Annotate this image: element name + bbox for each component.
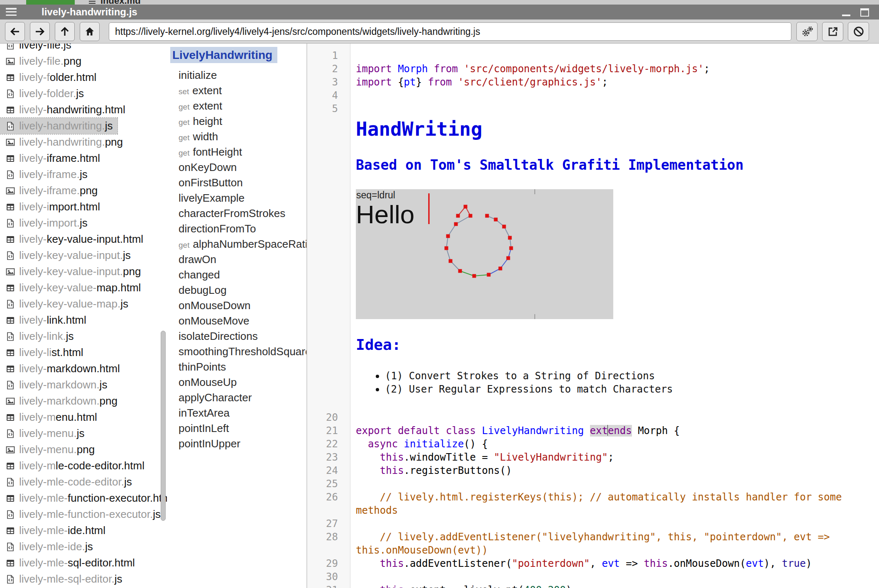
file-row[interactable]: lively-mle-code-editor.html (0, 458, 167, 474)
file-row[interactable]: lively-list.html (0, 344, 167, 361)
file-row[interactable]: lively-mle-code-editor.js (0, 474, 167, 490)
outline-item[interactable]: getalphaNumberSpaceRatio (167, 237, 306, 252)
outline-item[interactable]: onMouseMove (167, 313, 306, 329)
code-line[interactable]: 25 (307, 477, 879, 490)
url-input[interactable] (109, 22, 791, 41)
outline-item[interactable]: getextent (167, 98, 306, 114)
code-line[interactable]: 3import {pt} from 'src/client/graphics.j… (307, 76, 879, 89)
outline-item[interactable]: drawOn (167, 252, 306, 267)
markdown-h3: Idea: (356, 336, 401, 354)
code-line[interactable]: 28 // lively.addEventListener("livelyhan… (307, 530, 879, 557)
file-row[interactable]: lively-menu.html (0, 409, 167, 425)
code-line[interactable]: 27 (307, 517, 879, 530)
file-row[interactable]: lively-menu.png (0, 442, 167, 458)
file-row[interactable]: lively-markdown.png (0, 393, 167, 409)
file-row[interactable]: lively-key-value-map.html (0, 280, 167, 296)
accessor-prefix: get (179, 102, 189, 111)
file-row[interactable]: lively-mle-ide.html (0, 522, 167, 539)
markdown-widget-row[interactable]: HandWriting Based on Tom's Smalltalk Gra… (307, 115, 879, 411)
code-line[interactable]: 23 this.windowTitle = "LivelyHandwriting… (307, 451, 879, 464)
outline-class-header[interactable]: LivelyHandwriting (170, 49, 306, 66)
file-row[interactable]: lively-key-value-input.png (0, 264, 167, 280)
code-line[interactable]: 22 async initialize() { (307, 437, 879, 451)
outline-item[interactable]: directionFromTo (167, 221, 306, 237)
forward-button[interactable] (30, 22, 50, 41)
open-external-button[interactable] (822, 22, 843, 41)
maximize-icon[interactable] (860, 8, 869, 17)
file-row[interactable]: lively-import.html (0, 199, 167, 215)
file-row[interactable]: lively-import.js (0, 215, 167, 231)
stop-button[interactable] (848, 22, 869, 41)
outline-item[interactable]: getheight (167, 114, 306, 129)
file-name: lively-iframe.html (19, 152, 100, 165)
outline-item[interactable]: changed (167, 267, 306, 283)
settings-button[interactable] (796, 22, 818, 41)
outline-item[interactable]: livelyExample (167, 190, 306, 206)
outline-item[interactable]: onFirstButton (167, 175, 306, 190)
outline-item[interactable]: onKeyDown (167, 160, 306, 175)
code-line[interactable]: 24 this.registerButtons() (307, 464, 879, 477)
code-line[interactable]: 20 (307, 411, 879, 424)
method-name: extent (193, 100, 222, 112)
outline-item[interactable]: getwidth (167, 129, 306, 144)
file-row[interactable]: lively-key-value-map.js (0, 296, 167, 312)
file-row[interactable]: lively-markdown.html (0, 361, 167, 377)
file-row[interactable]: lively-link.html (0, 312, 167, 328)
file-row[interactable]: lively-folder.js (0, 85, 167, 102)
outline-item[interactable]: onMouseUp (167, 375, 306, 390)
file-row[interactable]: lively-handwriting.png (0, 134, 167, 150)
code-line[interactable]: 2import Morph from 'src/components/widge… (307, 62, 879, 76)
file-row[interactable]: lively-iframe.png (0, 183, 167, 199)
file-row[interactable]: lively-mle-function-executor.html (0, 490, 167, 506)
code-line[interactable]: 30 (307, 570, 879, 583)
outline-item[interactable]: characterFromStrokes (167, 206, 306, 221)
code-line[interactable]: 21export default class LivelyHandwriting… (307, 424, 879, 437)
outline-item[interactable]: pointInUpper (167, 436, 306, 451)
up-button[interactable] (55, 22, 75, 41)
file-list-scrollbar[interactable] (161, 331, 166, 521)
outline-item[interactable]: debugLog (167, 283, 306, 298)
minimize-icon[interactable] (842, 15, 850, 16)
outline-item[interactable]: getfontHeight (167, 144, 306, 160)
window-menu-hamburger-icon[interactable] (6, 8, 17, 16)
file-row[interactable]: lively-mle-sql-editor.html (0, 555, 167, 571)
back-button[interactable] (5, 22, 25, 41)
file-row[interactable]: lively-folder.html (0, 69, 167, 85)
code-line[interactable]: 1 (307, 49, 879, 62)
code-line[interactable]: 5 (307, 102, 879, 115)
file-row[interactable]: lively-handwriting.js (0, 118, 118, 134)
file-row[interactable]: lively-mle-sql-editor.js (0, 571, 167, 587)
outline-item[interactable]: thinPoints (167, 359, 306, 375)
outline-item[interactable]: initialize (167, 68, 306, 83)
file-row[interactable]: lively-link.js (0, 328, 167, 344)
html-file-icon (5, 525, 16, 536)
file-row[interactable]: lively-markdown.js (0, 377, 167, 393)
outline-panel: LivelyHandwritinginitializesetextentgete… (167, 44, 307, 588)
code-line[interactable]: 29 this.addEventListener("pointerdown", … (307, 557, 879, 570)
file-row[interactable]: lively-menu.js (0, 425, 167, 442)
outline-item[interactable]: pointInLeft (167, 421, 306, 436)
outline-item[interactable]: setextent (167, 83, 306, 98)
file-row[interactable]: lively-mle-ide.js (0, 539, 167, 555)
outline-item[interactable]: isolateDirections (167, 329, 306, 344)
code-line[interactable]: 26 // lively.html.registerKeys(this); //… (307, 490, 879, 517)
js-file-icon (5, 88, 16, 99)
code-area[interactable]: 12import Morph from 'src/components/widg… (307, 44, 879, 588)
file-row[interactable]: lively-file.js (0, 44, 167, 53)
outline-item[interactable]: applyCharacter (167, 390, 306, 405)
file-row[interactable]: lively-key-value-input.js (0, 247, 167, 264)
file-row[interactable]: lively-iframe.html (0, 150, 167, 166)
file-row[interactable]: lively-key-value-input.html (0, 231, 167, 247)
home-button[interactable] (80, 22, 100, 41)
code-editor[interactable]: 12import Morph from 'src/components/widg… (307, 44, 879, 588)
outline-item[interactable]: smoothingThresholdSquared (167, 344, 306, 359)
bullet-item: (1) Convert Strokes to a String of Direc… (356, 369, 673, 383)
outline-item[interactable]: onMouseDown (167, 298, 306, 313)
file-row[interactable]: lively-handwriting.html (0, 102, 167, 118)
file-row[interactable]: lively-mle-function-executor.js (0, 506, 167, 522)
file-row[interactable]: lively-file.png (0, 53, 167, 69)
file-row[interactable]: lively-iframe.js (0, 166, 167, 183)
code-line[interactable]: 4 (307, 89, 879, 102)
code-line[interactable]: 31 this.extent = lively.pt(400,200) (307, 583, 879, 588)
outline-item[interactable]: inTextArea (167, 405, 306, 421)
